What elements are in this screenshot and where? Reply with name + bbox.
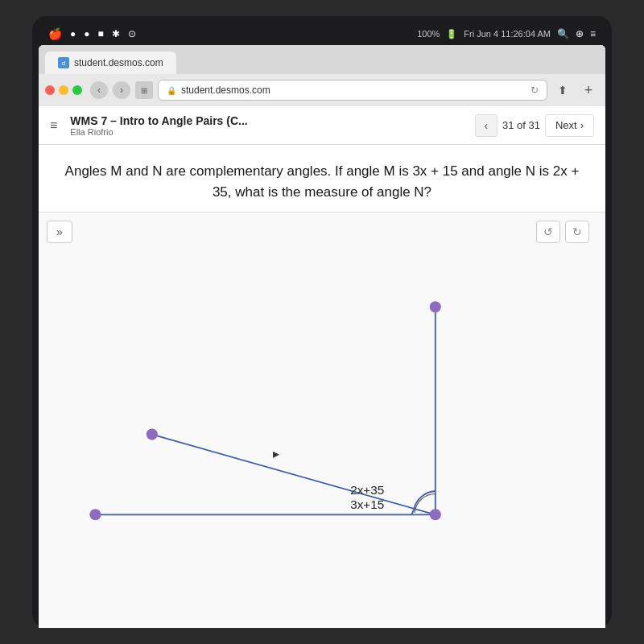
wifi-icon: ⊙ (128, 28, 136, 39)
apple-icon: 🍎 (48, 27, 62, 40)
next-button[interactable]: Next › (545, 114, 594, 137)
laptop-frame: 🍎 ● ● ■ ✱ ⊙ 100% 🔋 Fri Jun 4 11:26:04 AM… (32, 16, 612, 628)
angle-label-2x: 2x+35 (350, 483, 384, 497)
address-bar[interactable]: 🔒 student.desmos.com ↻ (158, 80, 547, 101)
canvas-background (39, 241, 605, 600)
desmos-header: ≡ WMS 7 – Intro to Angle Pairs (C... Ell… (39, 106, 605, 145)
url-text: student.desmos.com (181, 85, 270, 96)
hamburger-menu-icon[interactable]: ≡ (50, 118, 57, 133)
menu-items-icon: ≡ (590, 28, 596, 39)
redo-button[interactable]: ↻ (565, 221, 589, 243)
activity-title-block: WMS 7 – Intro to Angle Pairs (C... Ella … (70, 114, 465, 137)
address-bar-row: ‹ › ⊞ 🔒 student.desmos.com ↻ ⬆ + (39, 74, 605, 106)
activity-title: WMS 7 – Intro to Angle Pairs (C... (70, 114, 465, 127)
traffic-lights (45, 85, 82, 95)
screen: d student.desmos.com ‹ › ⊞ 🔒 student.des… (39, 45, 605, 628)
page-content: ≡ WMS 7 – Intro to Angle Pairs (C... Ell… (39, 106, 605, 628)
nav-controls: ‹ 31 of 31 Next › (475, 114, 594, 137)
menu-bar: 🍎 ● ● ■ ✱ ⊙ 100% 🔋 Fri Jun 4 11:26:04 AM… (39, 23, 605, 45)
point-left[interactable] (89, 509, 101, 520)
cursor-icon: ▸ (273, 446, 279, 460)
browser-tab[interactable]: d student.desmos.com (45, 52, 176, 74)
activity-subtitle: Ella Riofrio (70, 127, 465, 137)
bluetooth-icon: ✱ (112, 28, 120, 39)
reload-icon: ↻ (530, 85, 539, 96)
battery-icon: 🔋 (446, 29, 457, 39)
tab-favicon: d (58, 57, 69, 68)
search-icon: 🔍 (557, 28, 569, 39)
tab-bar: d student.desmos.com (39, 45, 605, 74)
menu-item-settings: ● (84, 28, 89, 39)
undo-icon: ↺ (543, 225, 553, 238)
battery-percent: 100% (417, 29, 440, 39)
point-vertex[interactable] (430, 509, 441, 520)
question-area: Angles M and N are complementary angles.… (39, 145, 605, 212)
page-indicator: 31 of 31 (502, 119, 540, 131)
add-tab-button[interactable]: + (578, 80, 599, 101)
expand-icon: » (56, 225, 63, 238)
question-text: Angles M and N are complementary angles.… (58, 161, 586, 202)
back-button[interactable]: ‹ (90, 81, 108, 99)
interactive-area[interactable]: » ↺ ↻ (39, 212, 605, 628)
lock-icon: 🔒 (167, 86, 176, 95)
menu-bar-right: 100% 🔋 Fri Jun 4 11:26:04 AM 🔍 ⊕ ≡ (417, 28, 596, 39)
tab-label: student.desmos.com (74, 57, 163, 68)
tabs-button[interactable]: ⊞ (135, 81, 153, 99)
next-arrow-icon: › (580, 119, 584, 131)
expand-button[interactable]: » (47, 221, 72, 243)
menu-item-display: ■ (98, 28, 104, 39)
geometry-canvas[interactable]: 2x+35 3x+15 ▸ (39, 213, 605, 628)
prev-page-button[interactable]: ‹ (475, 114, 497, 137)
redo-icon: ↻ (572, 225, 582, 238)
share-button[interactable]: ⬆ (552, 80, 573, 101)
undo-redo-controls: ↺ ↻ (536, 221, 589, 243)
angle-label-3x: 3x+15 (350, 497, 384, 511)
prev-arrow-icon: ‹ (485, 119, 489, 132)
forward-button[interactable]: › (113, 81, 130, 99)
menu-bar-left: 🍎 ● ● ■ ✱ ⊙ (48, 27, 136, 40)
minimize-button[interactable] (59, 85, 68, 95)
close-button[interactable] (45, 85, 55, 95)
browser-chrome: d student.desmos.com ‹ › ⊞ 🔒 student.des… (39, 45, 605, 106)
datetime: Fri Jun 4 11:26:04 AM (464, 29, 551, 39)
maximize-button[interactable] (72, 85, 82, 95)
next-label: Next (555, 119, 577, 131)
point-upper-left[interactable] (147, 429, 158, 440)
siri-icon: ⊕ (576, 28, 584, 39)
point-top[interactable] (430, 301, 441, 312)
menu-item-finder: ● (70, 28, 76, 39)
undo-button[interactable]: ↺ (536, 221, 560, 243)
